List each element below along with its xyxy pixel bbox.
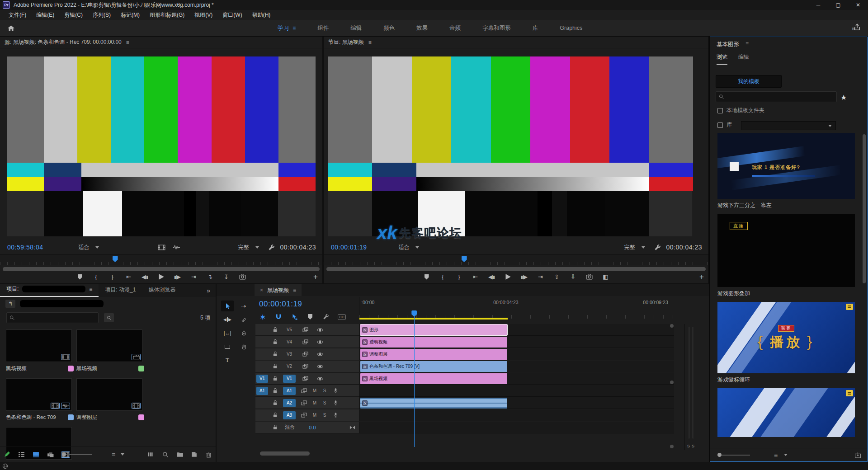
step-back-button[interactable]: ◀▮ <box>139 272 151 282</box>
sync-lock-icon[interactable] <box>298 339 312 344</box>
type-tool[interactable]: T <box>221 355 234 366</box>
timeline-tab[interactable]: × 黑场视频 ≡ <box>255 284 302 296</box>
track-lock-icon[interactable] <box>269 400 281 406</box>
panel-divider[interactable] <box>322 37 324 283</box>
go-to-in-button[interactable]: ⇤ <box>123 272 135 282</box>
snap-icon[interactable] <box>274 312 283 321</box>
play-button[interactable] <box>502 272 514 282</box>
home-icon[interactable] <box>7 25 15 32</box>
project-tab-项目: 动漫_1[interactable]: 项目: 动漫_1 <box>99 283 142 297</box>
template-search-box[interactable] <box>716 91 837 102</box>
project-search-input[interactable] <box>14 314 95 321</box>
icon-view-icon[interactable] <box>31 450 41 460</box>
audio-lane-A1[interactable] <box>359 385 674 397</box>
source-video-frame[interactable] <box>7 56 316 236</box>
source-patch[interactable]: A1 <box>255 387 269 395</box>
track-target-A2[interactable]: A2 <box>283 399 296 407</box>
mark-in-button[interactable]: { <box>90 272 102 282</box>
export-frame-button[interactable] <box>237 272 249 282</box>
library-dropdown[interactable] <box>741 121 836 130</box>
track-name-V3[interactable]: V3 <box>281 352 298 357</box>
audio-track-header-A3[interactable]: A3MS <box>255 409 359 421</box>
sync-lock-icon[interactable] <box>298 364 312 369</box>
template-thumbnail[interactable] <box>717 388 855 437</box>
voiceover-record-icon[interactable] <box>330 400 341 406</box>
insert-button[interactable]: ↴ <box>204 272 216 282</box>
sync-lock-icon[interactable] <box>298 327 312 332</box>
checkbox[interactable] <box>717 122 723 128</box>
selection-tool[interactable] <box>221 301 234 311</box>
audio-track-header-A1[interactable]: A1A1MS <box>255 385 359 397</box>
track-name-V2[interactable]: V2 <box>281 364 298 369</box>
video-track-header-V1[interactable]: V1V1 <box>255 373 359 385</box>
voiceover-record-icon[interactable] <box>330 388 341 394</box>
label-color-swatch[interactable] <box>138 366 144 371</box>
add-marker-button[interactable] <box>74 272 86 282</box>
mute-button[interactable]: M <box>310 388 320 393</box>
automate-to-sequence-icon[interactable] <box>146 450 156 460</box>
solo-button[interactable]: S <box>320 400 330 405</box>
close-icon[interactable]: × <box>260 287 263 293</box>
thumbnail-zoom-slider[interactable] <box>62 454 92 455</box>
search-bin-icon[interactable] <box>104 313 114 322</box>
ripple-edit-tool[interactable]: ◀▶ <box>221 314 234 325</box>
track-name-A1[interactable]: A1 <box>281 387 298 395</box>
template-card[interactable]: 联赛{播放}游戏徽标循环 <box>717 302 855 384</box>
template-thumbnail[interactable]: 联赛{播放} <box>717 302 855 373</box>
project-tab-媒体浏览器[interactable]: 媒体浏览器 <box>142 283 182 297</box>
project-search-box[interactable] <box>6 312 99 323</box>
mark-out-button[interactable]: } <box>453 272 465 282</box>
project-item[interactable]: 调整图层 <box>76 378 144 421</box>
menu-文件[interactable]: 文件(F) <box>5 10 30 20</box>
source-patch[interactable]: V1 <box>255 375 269 383</box>
project-item[interactable]: 黑场视频 <box>6 329 74 372</box>
new-bin-icon[interactable] <box>175 450 185 460</box>
sync-lock-icon[interactable] <box>298 388 310 393</box>
sync-lock-icon[interactable] <box>298 413 310 418</box>
panel-divider[interactable] <box>0 283 709 284</box>
menu-剪辑[interactable]: 剪辑(C) <box>60 10 87 20</box>
add-marker-button[interactable] <box>421 272 433 282</box>
voiceover-record-icon[interactable] <box>330 412 341 418</box>
label-color-swatch[interactable] <box>68 366 74 371</box>
lift-button[interactable]: ⇧ <box>551 272 563 282</box>
video-lane-V1[interactable]: fx黑场视频 <box>359 373 674 385</box>
menu-编辑[interactable]: 编辑(E) <box>32 10 58 20</box>
panel-menu-icon[interactable]: ≡ <box>293 287 296 293</box>
sync-lock-icon[interactable] <box>298 376 312 381</box>
project-item[interactable]: 黑场视频 <box>76 329 144 372</box>
track-name-V1[interactable]: V1 <box>281 375 298 383</box>
meter-solo-left[interactable]: S <box>687 444 690 448</box>
settings-wrench-icon[interactable] <box>654 244 661 251</box>
go-to-in-button[interactable]: ⇤ <box>470 272 481 282</box>
slip-tool[interactable]: |↔| <box>221 328 234 338</box>
clip-黑场视频[interactable]: fx黑场视频 <box>360 373 507 384</box>
program-resolution-dropdown[interactable]: 完整 <box>621 243 649 252</box>
video-track-header-V2[interactable]: V2 <box>255 361 359 372</box>
toggle-track-output-icon[interactable] <box>312 352 328 357</box>
add-marker-icon[interactable] <box>306 312 315 321</box>
track-lock-icon[interactable] <box>269 351 281 357</box>
track-name-A2[interactable]: A2 <box>281 399 298 407</box>
freeform-view-icon[interactable] <box>45 450 55 460</box>
toggle-track-output-icon[interactable] <box>312 328 328 332</box>
list-view-icon[interactable] <box>17 450 27 460</box>
pen-tool[interactable] <box>237 328 250 338</box>
close-button[interactable]: ✕ <box>848 0 868 10</box>
button-editor-add-icon[interactable]: + <box>313 273 318 282</box>
program-playhead[interactable] <box>462 256 467 262</box>
audio-lane-A3[interactable] <box>359 409 674 421</box>
mark-out-button[interactable]: } <box>107 272 118 282</box>
step-back-button[interactable]: ◀▮ <box>486 272 498 282</box>
project-tab-overflow[interactable]: » <box>207 287 216 297</box>
menu-序列[interactable]: 序列(S) <box>89 10 115 20</box>
project-tab-项目:[interactable]: 项目:≡ <box>0 282 99 297</box>
nest-insert-icon[interactable]: ∗ <box>258 312 267 321</box>
overwrite-button[interactable]: ↧ <box>221 272 232 282</box>
timeline-vertical-scrollbar[interactable] <box>670 324 674 448</box>
button-editor-add-icon[interactable]: + <box>699 273 704 282</box>
audio-clip[interactable]: fx <box>360 398 507 409</box>
mix-track-header[interactable]: 混合0.0 <box>255 422 359 433</box>
program-video-frame[interactable] <box>328 56 693 236</box>
workspace-tab-字幕和图形[interactable]: 字幕和图形 <box>472 22 521 35</box>
